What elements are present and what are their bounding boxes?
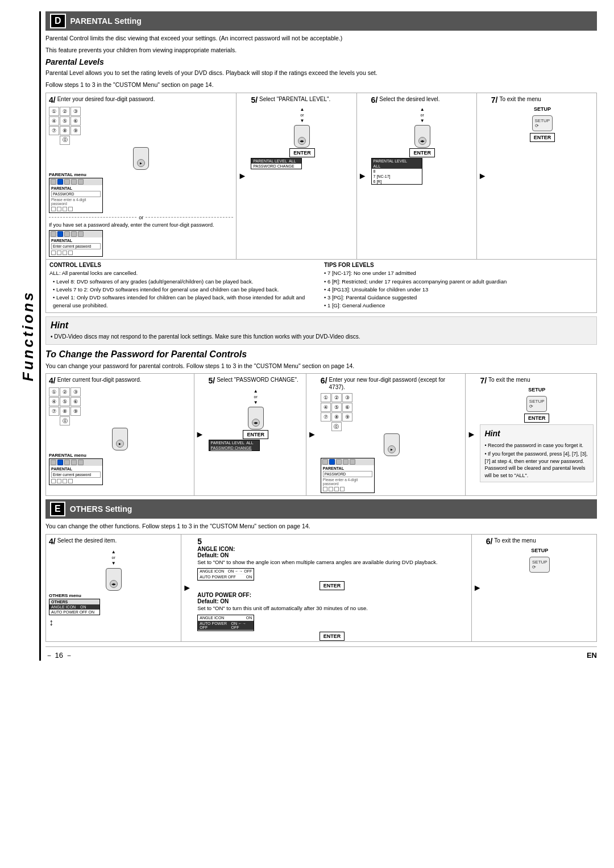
auto-power-default: Default: ON — [197, 598, 466, 604]
arrow-5-6: ► — [357, 93, 368, 260]
pc-step-7-num: 7 — [480, 376, 487, 385]
remote-icon-4: ▶ — [133, 147, 149, 170]
others-steps: 4 Select the desired item. ▲ or ▼ ◀▶ OTH… — [45, 534, 597, 642]
already-text: If you have set a password already, ente… — [49, 222, 233, 229]
step-4-num: 4 — [49, 95, 56, 105]
parental-levels-intro: Parental Level allows you to set the rat… — [45, 69, 597, 77]
cl-all: ALL: All parental locks are cancelled. — [49, 269, 318, 277]
step-7-desc: To exit the menu — [499, 95, 541, 103]
angle-icon-default: Default: ON — [197, 552, 466, 558]
angle-icon-section: ANGLE ICON: Default: ON Set to "ON" to s… — [197, 546, 466, 589]
pc-step-7-desc: To exit the menu — [488, 376, 530, 383]
enter-btn-pc7: ENTER — [524, 414, 550, 423]
step-5-num: 5 — [251, 95, 258, 105]
main-content: D PARENTAL Setting Parental Control limi… — [45, 11, 597, 661]
remote-icon-oth4: ◀▶ — [106, 568, 122, 591]
enter-btn-6: ENTER — [409, 148, 435, 157]
others-step5: 5 ANGLE ICON: Default: ON Set to "ON" to… — [193, 535, 471, 641]
pc-step-4-desc: Enter current four-digit password. — [57, 376, 142, 383]
step-4-parental: 4 Enter your desired four-digit password… — [46, 93, 237, 260]
setup-icon-oth6: SETUP⟳ — [529, 557, 550, 573]
tips-1: • 1 [G]: General Audience — [324, 302, 593, 310]
tips-6: • 6 [R]: Restricted; under 17 requires a… — [324, 278, 593, 286]
functions-label: Functions — [19, 290, 37, 381]
remote-icon-5: ◀▶ — [294, 125, 310, 148]
angle-icon-label: ANGLE ICON: — [197, 546, 466, 552]
enter-btn-5: ENTER — [289, 148, 315, 157]
parental-levels-title: Parental Levels — [45, 57, 597, 66]
pc-step6: 6 Enter your new four-digit password (ex… — [318, 374, 466, 495]
pc-step-5-desc: Select "PASSWORD CHANGE". — [217, 376, 298, 383]
parental-screen-current: PARENTAL Enter current password — [49, 230, 233, 257]
others-step-5-num: 5 — [197, 537, 466, 546]
hint-text-pl: • DVD-Video discs may not respond to the… — [51, 333, 592, 341]
step-7-num: 7 — [491, 95, 498, 105]
control-levels-title: CONTROL LEVELS — [49, 262, 318, 268]
pc-step-7-sub: SETUP — [480, 387, 594, 393]
cl-l8: • Level 8: DVD softwares of any grades (… — [53, 278, 318, 286]
pwd-change-screen: PARENTAL LEVEL ALL PASSWORD CHANGE — [209, 440, 303, 451]
remote-icon-pc6: ▶ — [384, 433, 400, 456]
others-menu-label: OTHERS menu — [49, 593, 178, 598]
enter-btn-7: ENTER — [530, 133, 555, 142]
pc-step-6-num: 6 — [321, 376, 327, 385]
parental-screen-4: PARENTAL PASSWORD Please enter a 4-digit… — [49, 178, 103, 213]
parental-screen-pc4: PARENTAL Enter current password — [49, 458, 103, 485]
functions-sidebar: Functions — [17, 11, 41, 661]
level-select-screen: PARENTAL LEVEL ALL 8 7 [NC-17] 6 [R] — [371, 158, 474, 185]
pc-step4: 4 Enter current four-digit password. ① ②… — [46, 374, 194, 495]
arrow-oth4-5: ► — [181, 535, 193, 641]
or-text: or — [139, 215, 143, 220]
step-7-sub: SETUP — [491, 106, 594, 112]
step-6-parental: 6 Select the desired level. ▲ or ▼ ◀▶ — [368, 93, 477, 260]
hint-password-change: Hint • Record the password in case you f… — [480, 424, 594, 482]
digit-grid-pc6: ① ② ③ ④ ⑤ ⑥ ⑦ ⑧ ⑨ ⓪ — [321, 393, 463, 431]
hint-title-pl: Hint — [51, 320, 592, 331]
pc-step-5-num: 5 — [209, 376, 215, 385]
password-change-intro: You can change your password for parenta… — [45, 362, 597, 370]
angle-icon-screen: ANGLE ICONON ←→ OFF AUTO POWER OFFON — [197, 568, 254, 581]
others-screen: OTHERS ANGLE ICON ON AUTO POWER OFF ON — [49, 599, 100, 615]
auto-power-section: AUTO POWER OFF: Default: ON Set to "ON" … — [197, 592, 466, 639]
control-levels: CONTROL LEVELS ALL: All parental locks a… — [49, 262, 318, 310]
pc-step7: 7 To exit the menu SETUP SETUP⟳ ENTER Hi… — [477, 374, 596, 495]
digit-grid-4: ① ② ③ ④ ⑤ ⑥ ⑦ ⑧ ⑨ ⓪ — [49, 107, 233, 145]
arrow-4-5: ► — [237, 93, 248, 260]
hint-pc-title: Hint — [484, 428, 589, 440]
pc-step5: 5 Select "PASSWORD CHANGE". ▲ or ▼ ◀▶ EN… — [206, 374, 306, 495]
section-d-intro1: Parental Control limits the disc viewing… — [45, 34, 597, 43]
arrow-6-7: ► — [477, 93, 488, 260]
parental-menu-label-4: PARENTAL menu — [49, 172, 233, 177]
step-5-desc: Select "PARENTAL LEVEL". — [259, 95, 330, 103]
step-4-desc: Enter your desired four-digit password. — [57, 95, 155, 103]
arrow-pc6-7: ► — [466, 374, 477, 495]
section-d-intro2: This feature prevents your children from… — [45, 46, 597, 55]
step-6-desc: Select the desired level. — [379, 95, 439, 103]
password-change-steps: 4 Enter current four-digit password. ① ②… — [45, 373, 597, 496]
digit-grid-pc4: ① ② ③ ④ ⑤ ⑥ ⑦ ⑧ ⑨ ⓪ — [49, 387, 191, 425]
others-step-4-desc: Select the desired item. — [57, 537, 117, 544]
remote-icon-pc5: ◀▶ — [248, 407, 264, 429]
password-change-title: To Change the Password for Parental Cont… — [45, 349, 597, 360]
section-e-header: E OTHERS Setting — [45, 499, 597, 519]
step-5-parental: 5 Select "PARENTAL LEVEL". ▲ or ▼ ◀▶ — [248, 93, 356, 260]
cl-l72: • Levels 7 to 2: Only DVD softwares inte… — [53, 286, 318, 294]
section-e-letter: E — [50, 502, 65, 516]
bottom-bar: － 16 － EN — [45, 646, 597, 661]
section-d-header: D PARENTAL Setting — [45, 11, 597, 31]
enter-btn-pc5: ENTER — [243, 430, 268, 439]
others-step-4-num: 4 — [49, 537, 56, 546]
auto-power-desc: Set to "ON" to turn this unit off automa… — [197, 604, 466, 612]
setup-icon-pc7: SETUP⟳ — [526, 396, 547, 412]
parental-levels-follow: Follow steps 1 to 3 in the "CUSTOM Menu"… — [45, 81, 597, 89]
arrow-pc4-5: ► — [194, 374, 206, 495]
section-e-intro: You can change the other functions. Foll… — [45, 522, 597, 531]
angle-icon-desc: Set to "ON" to show the angle icon when … — [197, 558, 466, 566]
page-number: － 16 － — [45, 650, 73, 661]
others-step-6-desc: To exit the menu — [494, 537, 536, 544]
step-6-num: 6 — [371, 95, 378, 105]
section-e-title: OTHERS Setting — [70, 504, 132, 514]
parental-menu-label-pc4: PARENTAL menu — [49, 453, 191, 458]
others-step4: 4 Select the desired item. ▲ or ▼ ◀▶ OTH… — [46, 535, 181, 641]
hint-parental-levels: Hint • DVD-Video discs may not respond t… — [45, 316, 597, 345]
